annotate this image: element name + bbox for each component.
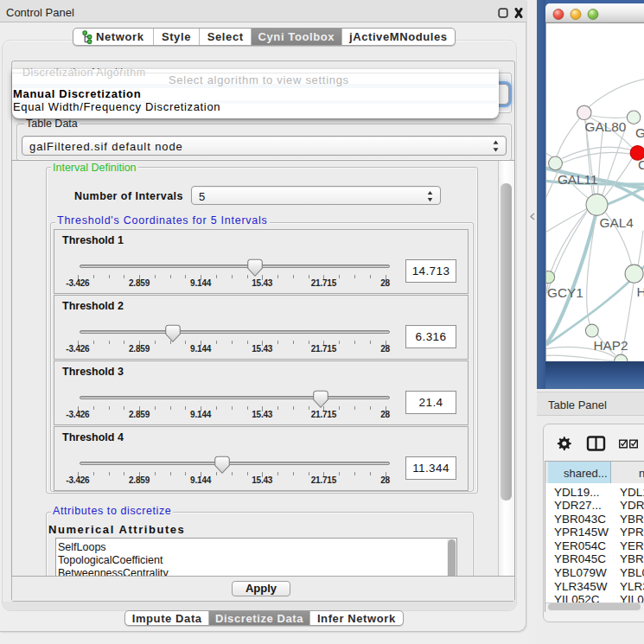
- svg-text:GCY1: GCY1: [547, 285, 583, 300]
- svg-text:GA: GA: [635, 125, 644, 140]
- svg-text:GAL80: GAL80: [585, 119, 627, 134]
- svg-text:HAP2: HAP2: [594, 338, 628, 353]
- svg-text:CY: CY: [638, 157, 644, 172]
- svg-text:HA: HA: [637, 284, 644, 299]
- svg-text:GAL4: GAL4: [599, 215, 634, 230]
- svg-text:GAL11: GAL11: [558, 172, 598, 187]
